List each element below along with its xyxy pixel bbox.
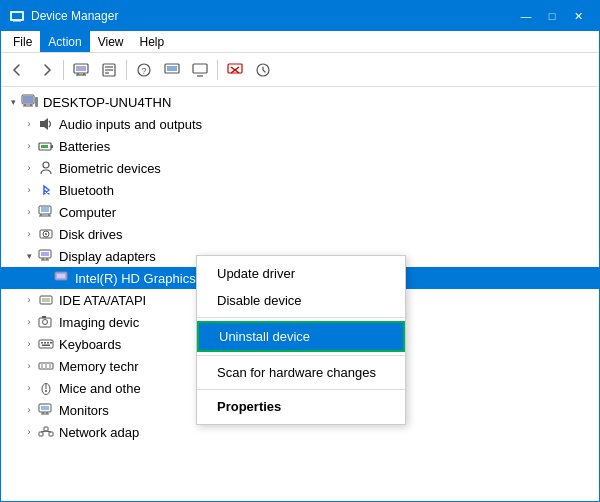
svg-rect-28 [35, 97, 38, 107]
menu-file[interactable]: File [5, 31, 40, 52]
menu-view[interactable]: View [90, 31, 132, 52]
update-button[interactable] [250, 57, 276, 83]
ide-label: IDE ATA/ATAPI [59, 293, 146, 308]
bluetooth-label: Bluetooth [59, 183, 114, 198]
expand-disk: › [21, 226, 37, 242]
tree-item-audio[interactable]: › Audio inputs and outputs [1, 113, 599, 135]
svg-rect-31 [41, 145, 48, 148]
ctx-properties[interactable]: Properties [197, 393, 405, 420]
svg-rect-72 [39, 432, 43, 436]
memory-icon [37, 357, 55, 375]
ctx-scan-hardware[interactable]: Scan for hardware changes [197, 359, 405, 386]
root-label: DESKTOP-UNU4THN [43, 95, 171, 110]
battery-icon [37, 137, 55, 155]
svg-rect-54 [39, 340, 53, 348]
tree-item-biometric[interactable]: › Biometric devices [1, 157, 599, 179]
expand-mice: › [21, 380, 37, 396]
expand-bluetooth: › [21, 182, 37, 198]
batteries-label: Batteries [59, 139, 110, 154]
keyboard-icon [37, 335, 55, 353]
svg-rect-56 [44, 342, 46, 344]
svg-rect-32 [51, 145, 53, 148]
svg-text:?: ? [141, 66, 146, 76]
svg-point-52 [43, 320, 48, 325]
svg-point-33 [43, 162, 49, 168]
disk-label: Disk drives [59, 227, 123, 242]
svg-rect-3 [13, 21, 21, 22]
ctx-separator-2 [197, 355, 405, 356]
svg-point-66 [45, 390, 47, 392]
svg-marker-29 [40, 118, 48, 130]
ctx-update-driver[interactable]: Update driver [197, 260, 405, 287]
expand-batteries: › [21, 138, 37, 154]
computer-tree-icon [37, 203, 55, 221]
ctx-uninstall-device[interactable]: Uninstall device [197, 321, 405, 352]
expand-display: ▾ [21, 248, 37, 264]
minimize-button[interactable]: — [513, 1, 539, 31]
uninstall-button[interactable] [222, 57, 248, 83]
imaging-label: Imaging devic [59, 315, 139, 330]
expand-icon: ▾ [5, 94, 21, 110]
menu-help[interactable]: Help [132, 31, 173, 52]
computer-icon [21, 93, 39, 111]
close-button[interactable]: ✕ [565, 1, 591, 31]
display-label: Display adapters [59, 249, 156, 264]
expand-intel [37, 270, 53, 286]
audio-icon [37, 115, 55, 133]
toolbar-separator-2 [126, 60, 127, 80]
window-controls: — □ ✕ [513, 1, 591, 31]
toolbar-separator-1 [63, 60, 64, 80]
context-menu: Update driver Disable device Uninstall d… [196, 255, 406, 425]
tree-root[interactable]: ▾ DESKTOP-UNU4THN [1, 91, 599, 113]
network-label: Network adap [59, 425, 139, 440]
svg-line-76 [46, 431, 51, 432]
svg-rect-59 [42, 345, 50, 347]
svg-point-41 [45, 233, 47, 235]
expand-imaging: › [21, 314, 37, 330]
expand-ide: › [21, 292, 37, 308]
memory-label: Memory techr [59, 359, 138, 374]
tree-item-batteries[interactable]: › Batteries [1, 135, 599, 157]
tree-item-disk[interactable]: › Disk drives [1, 223, 599, 245]
forward-button[interactable] [33, 57, 59, 83]
tree-item-bluetooth[interactable]: › Bluetooth [1, 179, 599, 201]
svg-rect-73 [44, 427, 48, 431]
monitors-icon [37, 401, 55, 419]
title-bar: Device Manager — □ ✕ [1, 1, 599, 31]
computer-label: Computer [59, 205, 116, 220]
help-button[interactable]: ? [131, 57, 157, 83]
svg-rect-1 [12, 13, 22, 19]
scan-button[interactable] [187, 57, 213, 83]
audio-label: Audio inputs and outputs [59, 117, 202, 132]
svg-rect-35 [41, 207, 49, 212]
svg-rect-16 [167, 66, 177, 71]
expand-network: › [21, 424, 37, 440]
maximize-button[interactable]: □ [539, 1, 565, 31]
svg-rect-43 [41, 252, 49, 256]
toolbar: ? [1, 53, 599, 87]
computer-icon-button[interactable] [68, 57, 94, 83]
menu-bar: File Action View Help [1, 31, 599, 53]
tree-item-computer[interactable]: › Computer [1, 201, 599, 223]
svg-rect-63 [49, 363, 51, 369]
back-button[interactable] [5, 57, 31, 83]
display-button[interactable] [159, 57, 185, 83]
expand-audio: › [21, 116, 37, 132]
svg-rect-61 [41, 363, 43, 369]
keyboards-label: Keyboards [59, 337, 121, 352]
network-icon [37, 423, 55, 441]
properties-button[interactable] [96, 57, 122, 83]
biometric-icon [37, 159, 55, 177]
menu-action[interactable]: Action [40, 31, 89, 52]
svg-rect-17 [193, 64, 207, 73]
svg-rect-62 [45, 363, 47, 369]
svg-rect-55 [41, 342, 43, 344]
ctx-disable-device[interactable]: Disable device [197, 287, 405, 314]
monitors-label: Monitors [59, 403, 109, 418]
mice-icon [37, 379, 55, 397]
window-icon [9, 8, 25, 24]
svg-line-75 [41, 431, 46, 432]
expand-memory: › [21, 358, 37, 374]
expand-keyboards: › [21, 336, 37, 352]
mice-label: Mice and othe [59, 381, 141, 396]
